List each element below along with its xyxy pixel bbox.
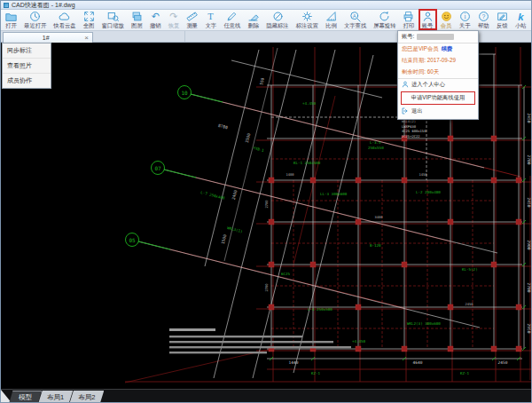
beam-label: L-2 200x400: [416, 190, 441, 194]
toolbar-button-full-extent[interactable]: 全图: [80, 10, 98, 30]
dim-label: 2700: [527, 283, 531, 293]
menu-item-offline-vip[interactable]: 申请VIP功能离线使用: [401, 91, 475, 105]
toolbar-button-label: 窗口缩放: [102, 22, 124, 29]
left-flyout-panel: 同步标注 查看照片 成员协作: [2, 43, 51, 89]
toolbar-button-label: 屏幕旋转: [373, 22, 395, 29]
renew-link[interactable]: 续费: [442, 45, 453, 53]
dim-label: 1400: [286, 172, 294, 177]
text-icon: T: [205, 11, 216, 22]
cloud-icon: [59, 11, 70, 22]
app-window: CAD快速看图 - 1#.dwg 打开 最近打开 快看云盘 全图 窗口缩放 图层: [0, 0, 532, 403]
beam-label: KL-1 250x500: [293, 161, 321, 165]
toolbar-button-vip[interactable]: 会员: [437, 10, 456, 30]
document-tab[interactable]: 1# ×: [3, 32, 93, 43]
toolbar-button-delete[interactable]: 删除: [244, 10, 262, 30]
flyout-item-view-photos[interactable]: 查看照片: [3, 59, 51, 74]
toolbar-button-site[interactable]: k 小站: [512, 10, 530, 30]
feedback-icon: [497, 11, 508, 22]
redo-icon: ↷: [169, 11, 177, 22]
dim-label: 1440: [289, 360, 299, 365]
layers-icon: [131, 11, 143, 22]
tab-label: 布局1: [47, 393, 64, 402]
toolbar-button-markup-settings[interactable]: 标注设置: [293, 10, 322, 30]
toolbar-button-label: 文字查找: [344, 22, 366, 29]
recent-clock-icon: [29, 11, 41, 22]
tab-label: 布局2: [78, 393, 95, 402]
site-k-icon: k: [515, 11, 527, 22]
markup-settings-gear-icon: [301, 11, 313, 22]
toolbar-button-print[interactable]: 打印: [399, 10, 418, 30]
flyout-item-sync-markup[interactable]: 同步标注: [3, 43, 51, 59]
annotation-line: 4C25 600x150: [402, 129, 426, 133]
text-search-icon: A: [349, 11, 361, 22]
toolbar-button-account[interactable]: 账号: [419, 10, 437, 30]
dim-label: 2950: [527, 324, 531, 334]
toolbar-button-label: 关于: [459, 22, 471, 29]
beam-label: L-3.5: [370, 140, 381, 145]
tab-layout1[interactable]: 布局1: [38, 391, 73, 403]
account-dropdown-menu: 账号: 您已是VIP会员 续费 结束日期: 2017-09-29 剩余时间: 6…: [397, 30, 479, 120]
toolbar-button-open[interactable]: 打开: [2, 10, 20, 30]
dim-label: 2700: [264, 200, 269, 209]
toolbar-button-label: 标注设置: [296, 22, 318, 29]
help-question-icon: ?: [478, 11, 489, 22]
beam-label: +4.450: [302, 101, 317, 106]
menu-item-label: 进入个人中心: [411, 81, 445, 89]
svg-text:?: ?: [481, 13, 485, 20]
window-title: CAD快速看图 - 1#.dwg: [12, 1, 75, 10]
tab-layout2[interactable]: 布局2: [69, 391, 104, 403]
beam-label: 250x550: [368, 146, 384, 150]
toolbar-button-label: 账号: [422, 22, 434, 29]
toolbar-button-undo[interactable]: ↶ 撤销: [146, 10, 165, 30]
toolbar-button-screen-rotate[interactable]: 屏幕旋转: [370, 10, 399, 30]
account-person-icon: [422, 11, 434, 22]
toolbar-button-label: 打印: [403, 22, 415, 29]
close-icon[interactable]: ×: [84, 35, 89, 42]
toolbar-button-measure[interactable]: 测量: [183, 10, 201, 30]
flyout-item-member-collab[interactable]: 成员协作: [3, 74, 51, 88]
beam-label: B-120: [370, 243, 381, 248]
toolbar-button-label: 帮助: [478, 22, 489, 29]
annotation-line: LWXP630: [402, 124, 417, 129]
account-label: 账号:: [402, 33, 414, 41]
toolbar-button-feedback[interactable]: 反馈: [493, 10, 512, 30]
toolbar-button-text[interactable]: T 文字: [201, 10, 220, 30]
svg-text:i: i: [464, 12, 466, 20]
menu-item-logout[interactable]: 退出: [398, 106, 478, 117]
toolbar-button-text-search[interactable]: A 文字查找: [340, 10, 370, 30]
svg-text:A: A: [353, 13, 356, 19]
window-zoom-icon: [107, 11, 119, 22]
toolbar-button-about[interactable]: i 关于: [456, 10, 474, 30]
person-icon: [402, 81, 409, 89]
toolbar-button-layers[interactable]: 图层: [128, 10, 146, 30]
toolbar-button-window-zoom[interactable]: 窗口缩放: [98, 10, 128, 30]
vip-status-row: 您已是VIP会员 续费: [398, 43, 478, 55]
dim-label: 2450: [527, 114, 531, 123]
dim-label: 2450: [465, 302, 473, 306]
tab-model[interactable]: 模型: [9, 391, 42, 403]
toolbar-button-redo: ↷ 恢复: [165, 10, 184, 30]
toolbar-button-hide-markup[interactable]: 隐藏标注: [262, 10, 292, 30]
freeline-pencil-icon: [226, 11, 238, 22]
screen-rotate-icon: [379, 11, 390, 22]
toolbar-button-help[interactable]: ? 帮助: [474, 10, 493, 30]
end-date-row: 结束日期: 2017-09-29: [398, 55, 478, 67]
hide-markup-icon: [272, 11, 284, 22]
toolbar-button-scale[interactable]: 比例: [322, 10, 340, 30]
beam-label: WKL2(3) 300x600: [407, 321, 441, 326]
toolbar-button-freeline[interactable]: 任意线: [220, 10, 244, 30]
menu-item-label: 退出: [411, 107, 423, 115]
toolbar-button-cloud[interactable]: 快看云盘: [50, 10, 79, 30]
beam-label: 6C25: [281, 272, 291, 276]
beam-label: L-4 250x500: [308, 307, 332, 312]
toolbar-button-recent[interactable]: 最近打开: [20, 10, 50, 30]
toolbar-button-label: 最近打开: [24, 22, 46, 29]
remaining-text: 剩余时间: 60天: [402, 68, 439, 76]
dim-label: 2450: [527, 198, 531, 208]
dim-label: 2700: [527, 155, 531, 165]
tabstrip-divider: [184, 31, 185, 42]
toolbar-button-label: 撤销: [150, 22, 161, 29]
beam-label: KL-5(2): [462, 267, 478, 272]
remaining-row: 剩余时间: 60天: [398, 67, 478, 79]
menu-item-profile[interactable]: 进入个人中心: [398, 79, 478, 91]
